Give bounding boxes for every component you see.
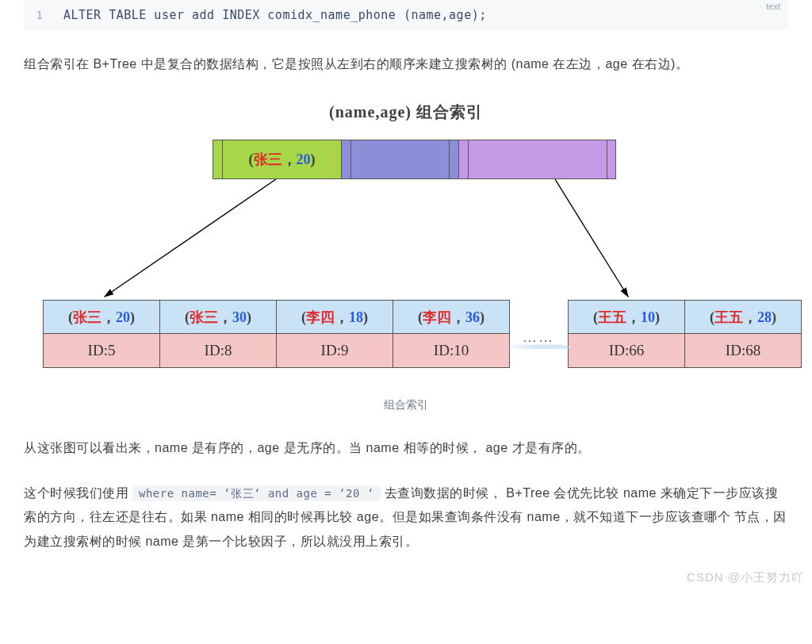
- leaf-id: ID:66: [569, 334, 684, 367]
- code-content: ALTER TABLE user add INDEX comidx_name_p…: [63, 8, 487, 22]
- inline-code-where: where name= ‘张三‘ and age = ‘20 ‘: [132, 485, 381, 501]
- leaf-id: ID:8: [160, 334, 276, 367]
- leaf-ellipsis: ……: [509, 300, 568, 368]
- leaf-key: (张三，30): [160, 301, 276, 334]
- svg-line-0: [105, 179, 276, 297]
- root-block-purple-narrow-2: [607, 140, 616, 179]
- leaf-key: (王五，28): [685, 301, 801, 334]
- leaf-key: (王五，10): [569, 301, 684, 334]
- root-block-green-narrow: [213, 140, 222, 179]
- leaf-key: (李四，36): [393, 301, 509, 334]
- paragraph-intro: 组合索引在 B+Tree 中是复合的数据结构，它是按照从左到右的顺序来建立搜索树…: [24, 52, 788, 76]
- leaf-id: ID:10: [393, 334, 509, 367]
- diagram-title: (name,age) 组合索引: [329, 102, 483, 123]
- composite-index-diagram: (name,age) 组合索引 (张三，20) (张三，20) ID:5 (张三…: [33, 97, 779, 390]
- line-number: 1: [24, 9, 63, 21]
- paragraph-observation: 从这张图可以看出来，name 是有序的，age 是无序的。当 name 相等的时…: [24, 436, 788, 460]
- figure-caption: 组合索引: [24, 398, 788, 412]
- leaf-key: (李四，18): [277, 301, 393, 334]
- tree-arrows: [33, 179, 779, 300]
- leaf-key: (张三，20): [44, 301, 159, 334]
- leaf-node-row: (张三，20) ID:5 (张三，30) ID:8 (李四，18) ID:9 (…: [43, 300, 801, 368]
- leaf-id: ID:68: [685, 334, 801, 367]
- root-block-purple-narrow: [458, 140, 468, 179]
- code-language-label: text: [766, 2, 780, 11]
- leaf-node: (王五，28) ID:68: [684, 300, 802, 368]
- leaf-node: (张三，20) ID:5: [43, 300, 160, 368]
- svg-line-1: [555, 179, 628, 297]
- watermark: CSDN @小王努力吖: [687, 570, 804, 585]
- root-node-row: (张三，20): [213, 140, 616, 179]
- root-block-blue-narrow-2: [449, 140, 458, 179]
- code-block: text 1 ALTER TABLE user add INDEX comidx…: [24, 0, 788, 30]
- root-key: (张三，20): [249, 150, 316, 169]
- leaf-node: (王五，10) ID:66: [568, 300, 685, 368]
- root-block-purple: [468, 140, 607, 179]
- leaf-id: ID:9: [277, 334, 393, 367]
- code-line: 1 ALTER TABLE user add INDEX comidx_name…: [24, 8, 788, 22]
- paragraph-explanation: 这个时候我们使用 where name= ‘张三‘ and age = ‘20 …: [24, 481, 788, 554]
- leaf-node: (李四，18) ID:9: [276, 300, 393, 368]
- root-block-blue: [350, 140, 449, 179]
- leaf-link-arrow: [501, 344, 573, 349]
- leaf-node: (张三，30) ID:8: [159, 300, 277, 368]
- leaf-node: (李四，36) ID:10: [393, 300, 510, 368]
- leaf-id: ID:5: [44, 334, 159, 367]
- root-block-blue-narrow: [341, 140, 350, 179]
- root-block-green-key: (张三，20): [222, 140, 341, 179]
